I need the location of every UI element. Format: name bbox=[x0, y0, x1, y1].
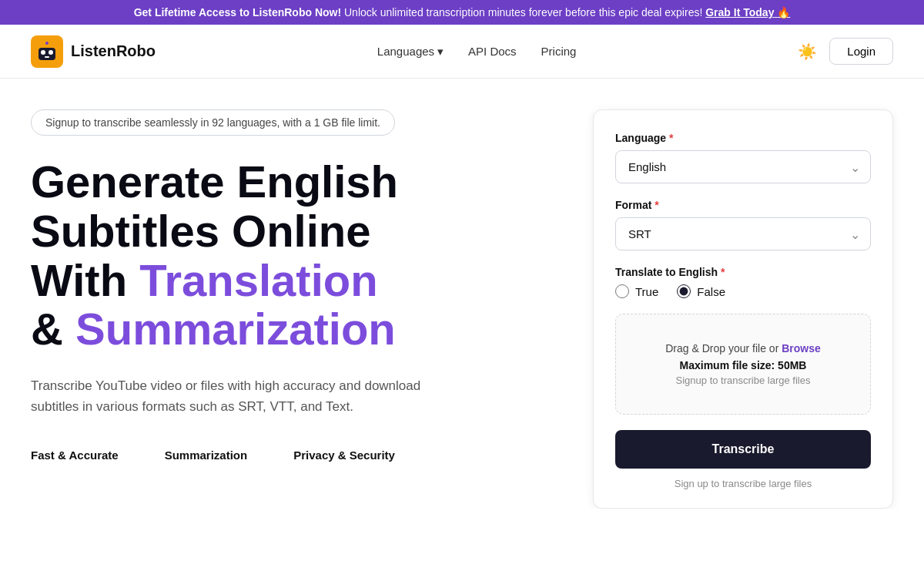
language-field-label: Language * bbox=[615, 132, 871, 144]
navbar: ListenRobo Languages ▾ API Docs Pricing … bbox=[0, 25, 924, 79]
features-row: Fast & Accurate Summarization Privacy & … bbox=[31, 449, 562, 462]
svg-rect-7 bbox=[35, 52, 38, 57]
sun-icon: ☀️ bbox=[798, 42, 817, 61]
transcription-panel: Language * English Spanish French German… bbox=[593, 109, 893, 509]
banner-cta-link[interactable]: Grab It Today 🔥 bbox=[705, 6, 790, 18]
svg-point-2 bbox=[41, 50, 45, 55]
translate-true-option[interactable]: True bbox=[615, 284, 658, 298]
translate-field-label: Translate to English * bbox=[615, 266, 871, 278]
language-select-wrapper: English Spanish French German Chinese Ja… bbox=[615, 150, 871, 183]
max-file-size-label: Maximum file size: 50MB bbox=[631, 359, 855, 371]
chevron-down-icon: ▾ bbox=[437, 45, 444, 59]
main-content: Signup to transcribe seamlessly in 92 la… bbox=[0, 79, 924, 509]
nav-api-docs[interactable]: API Docs bbox=[468, 45, 517, 58]
hero-subtitle: Transcribe YouTube video or files with h… bbox=[31, 375, 447, 417]
signup-badge: Signup to transcribe seamlessly in 92 la… bbox=[31, 109, 395, 136]
logo-text: ListenRobo bbox=[71, 42, 156, 60]
panel-footer-note: Sign up to transcribe large files bbox=[615, 478, 871, 489]
banner-bold-text: Get Lifetime Access to ListenRobo Now! bbox=[134, 6, 341, 18]
svg-rect-8 bbox=[55, 52, 59, 57]
nav-links: Languages ▾ API Docs Pricing bbox=[377, 45, 577, 59]
hero-section: Signup to transcribe seamlessly in 92 la… bbox=[31, 109, 562, 509]
browse-link[interactable]: Browse bbox=[782, 342, 821, 355]
login-button[interactable]: Login bbox=[829, 38, 893, 65]
svg-point-6 bbox=[45, 42, 49, 45]
svg-rect-1 bbox=[38, 48, 55, 60]
feature-summarization: Summarization bbox=[165, 449, 248, 462]
format-required-star: * bbox=[654, 199, 658, 211]
banner-text: Unlock unlimited transcription minutes f… bbox=[344, 6, 702, 18]
language-select[interactable]: English Spanish French German Chinese Ja… bbox=[615, 150, 871, 183]
navbar-actions: ☀️ Login bbox=[798, 38, 893, 65]
format-select[interactable]: SRT VTT Text bbox=[615, 217, 871, 250]
nav-languages[interactable]: Languages ▾ bbox=[377, 45, 444, 59]
translate-false-option[interactable]: False bbox=[677, 284, 725, 298]
format-select-wrapper: SRT VTT Text ⌄ bbox=[615, 217, 871, 250]
nav-pricing[interactable]: Pricing bbox=[541, 45, 577, 58]
promo-banner: Get Lifetime Access to ListenRobo Now! U… bbox=[0, 0, 924, 25]
large-files-note: Signup to transcribe large files bbox=[631, 375, 855, 386]
hero-title: Generate English Subtitles Online With T… bbox=[31, 157, 562, 354]
translate-false-radio[interactable] bbox=[677, 284, 691, 298]
svg-point-3 bbox=[49, 50, 53, 55]
logo[interactable]: ListenRobo bbox=[31, 35, 156, 68]
file-drop-zone[interactable]: Drag & Drop your file or Browse Maximum … bbox=[615, 314, 871, 415]
format-field-label: Format * bbox=[615, 199, 871, 211]
feature-fast: Fast & Accurate bbox=[31, 449, 119, 462]
language-required-star: * bbox=[669, 132, 673, 144]
svg-rect-4 bbox=[45, 56, 49, 58]
translate-true-radio[interactable] bbox=[615, 284, 629, 298]
theme-toggle-button[interactable]: ☀️ bbox=[798, 42, 817, 61]
transcribe-button[interactable]: Transcribe bbox=[615, 430, 871, 469]
feature-privacy: Privacy & Security bbox=[293, 449, 395, 462]
translate-radio-group: True False bbox=[615, 284, 871, 298]
logo-icon bbox=[31, 35, 63, 68]
banner-emoji: 🔥 bbox=[777, 6, 790, 18]
drop-text: Drag & Drop your file or Browse bbox=[631, 342, 855, 355]
translate-required-star: * bbox=[721, 266, 725, 278]
